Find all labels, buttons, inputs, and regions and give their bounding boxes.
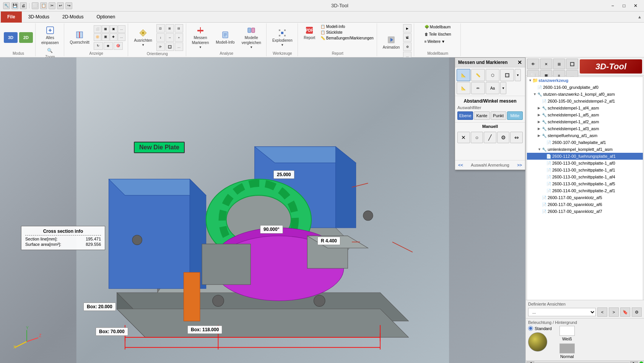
messen-nav-prev[interactable]: << (458, 163, 463, 167)
teile-loeschen-btn[interactable]: 🗑Teile löschen (424, 31, 452, 37)
list-item[interactable]: 📄 2600-114-00_schnittpplatte-2_af1 (527, 187, 643, 194)
praes-btn3[interactable]: ⚙ (403, 43, 411, 51)
radio-standard[interactable] (528, 326, 533, 331)
anzeige-btn2[interactable]: ▦ (102, 25, 109, 33)
weitere-btn[interactable]: ≡Weitere ▼ (424, 39, 446, 44)
filter-ebene[interactable]: Ebene (457, 111, 473, 120)
animation-button[interactable]: Animation (380, 34, 402, 51)
maximize-button[interactable]: □ (619, 2, 629, 10)
messen-tool1[interactable]: 📐 (457, 69, 470, 81)
querschnitt-button[interactable]: Querschnitt (67, 29, 92, 46)
filter-kante[interactable]: Kante (474, 111, 490, 120)
manuell-btn4[interactable]: ⚙ (497, 132, 510, 143)
list-item[interactable]: 📄 2600-117-00_spannklotz_af6 (527, 201, 643, 208)
toolbar-btn1[interactable]: ⬜ (32, 2, 39, 9)
toolbar-btn5[interactable]: ↪ (65, 2, 72, 9)
bottom-slider[interactable]: ◀ ▶ (526, 360, 644, 363)
list-item[interactable]: 📄 2600-113-00_schnittpplatte-1_af5 (527, 180, 643, 187)
messen-tool7[interactable]: Aa (486, 82, 499, 94)
view-btn2[interactable]: ✕ (540, 59, 552, 69)
praes-btn2[interactable]: 📽 (403, 33, 411, 42)
orient-btn9[interactable]: … (175, 43, 183, 51)
list-item[interactable]: 📄 2600-112-00_fuehrungsplatte_af1 (527, 153, 643, 160)
lighting-swatch-grey[interactable] (559, 343, 575, 353)
filter-punkt[interactable]: Punkt (491, 111, 506, 120)
messen-tool6[interactable]: ✏ (471, 82, 485, 94)
filter-mitte[interactable]: Mitte (507, 111, 523, 120)
orient-btn1[interactable]: ⊡ (156, 24, 165, 33)
list-item[interactable]: 📄 2600-117-00_spannklotz_af7 (527, 208, 643, 215)
tab-optionen[interactable]: Optionen (90, 11, 122, 22)
list-item[interactable]: 📄 2600-113-00_schnittpplatte-1_af1 (527, 167, 643, 173)
views-nav-next[interactable]: > (609, 307, 619, 317)
list-item[interactable]: ▶ 🔧 schneidstempel-1_af4_asm (527, 105, 643, 111)
list-item[interactable]: ▶ 🔧 schneidstempel-1_af3_asm (527, 125, 643, 132)
save-icon[interactable]: 💾 (11, 2, 18, 9)
orient-btn7[interactable]: ⟳ (156, 43, 165, 51)
view-btn4[interactable]: 🔲 (566, 59, 578, 69)
messen-tool4[interactable]: 🔲 (500, 69, 514, 81)
praes-btn1[interactable]: ▶ (403, 24, 411, 33)
orient-btn8[interactable]: 🔲 (166, 43, 174, 51)
explodieren-button[interactable]: Explodieren ▼ (270, 27, 295, 48)
report-button[interactable]: PDF Report (301, 24, 318, 41)
stueckliste-btn[interactable]: 📋Stückliste (320, 30, 374, 35)
messen-close-btn[interactable]: ✕ (517, 59, 522, 65)
close-button[interactable]: ✕ (630, 2, 641, 10)
zoom-fit-button[interactable]: Alles einpassen (39, 24, 62, 46)
ribbon-collapse[interactable]: ▲ (637, 15, 642, 19)
toolbar-btn4[interactable]: ↩ (57, 2, 64, 9)
views-bookmark-btn[interactable]: 🔖 (620, 307, 630, 317)
mode-2d-button[interactable]: 2D (19, 32, 33, 43)
anzeige-btn7[interactable]: ✚ (110, 33, 117, 41)
list-item[interactable]: 📄 2600-116-00_grundplatte_af0 (527, 84, 643, 91)
manuell-btn2[interactable]: ○ (471, 132, 483, 143)
tab-3d-modus[interactable]: 3D-Modus (22, 11, 56, 22)
messen-nav-next[interactable]: >> (517, 163, 522, 167)
list-item[interactable]: ▶ 🔧 schneidstempel-1_af2_asm (527, 118, 643, 125)
messen-tool5[interactable]: 📐 (457, 82, 470, 94)
orient-btn3[interactable]: ⊟ (175, 24, 183, 33)
list-item[interactable]: ▶ 🔧 stempelfuehrung_af1_asm (527, 132, 643, 139)
mode-3d-button[interactable]: 3D (4, 32, 18, 43)
minimize-button[interactable]: − (607, 2, 618, 10)
modelle-vergleichen-button[interactable]: Modelle vergleichen ▼ (239, 24, 264, 51)
list-item[interactable]: ▼ 🔧 stutzen-stanzwerkz-1_kompl_af0_asm (527, 91, 643, 98)
anzeige-btn1[interactable]: ⬜ (94, 25, 101, 33)
bemassung-btn[interactable]: 📏Bemaßungen/Markierungen (320, 36, 374, 41)
print-icon[interactable]: 🖨 (20, 2, 27, 9)
anzeige-btn5[interactable]: 🔆 (94, 33, 101, 41)
tree-area[interactable]: ▼ 📁 stanzwerkzeug 📄 2600-116-00_grundpla… (527, 77, 643, 300)
messen-dropdown1[interactable]: ▼ (515, 69, 521, 81)
ausrichten-button[interactable]: Ausrichten ▼ (132, 27, 155, 48)
zoom-search-button[interactable]: 🔍 (47, 47, 54, 54)
anzeige-btn4[interactable]: … (118, 25, 125, 33)
modell-info-button[interactable]: Modell-Info (213, 29, 237, 46)
manuell-btn5[interactable]: ⇔ (510, 132, 523, 143)
list-item[interactable]: 📄 2600-107-00_halteplatte_af1 (527, 139, 643, 146)
orient-btn5[interactable]: ↔ (166, 33, 174, 42)
manuell-btn3[interactable]: ╱ (484, 132, 496, 143)
anzeige-btn8[interactable]: … (118, 33, 125, 41)
modell-info-report-btn[interactable]: 📋Modell-Info (320, 24, 374, 29)
list-item[interactable]: 📄 2600-113-00_schnittpplatte-1_af4 (527, 173, 643, 180)
toolbar-btn3[interactable]: ✂ (49, 2, 55, 9)
tab-2d-modus[interactable]: 2D-Modus (56, 11, 90, 22)
list-item[interactable]: ▶ 🔧 schneidstempel-1_af5_asm (527, 111, 643, 118)
lighting-swatch-white[interactable] (559, 326, 575, 336)
messen-dropdown2[interactable]: ▼ (500, 82, 506, 94)
anzeige-btn3[interactable]: ▣ (110, 25, 117, 33)
tab-file[interactable]: File (1, 11, 22, 23)
orient-btn4[interactable]: ↕ (156, 33, 165, 42)
orient-btn2[interactable]: ⊞ (166, 24, 174, 33)
modellbaum-btn[interactable]: 🌳Modellbaum (424, 24, 451, 30)
list-item[interactable]: ▼ 🔧 umlenkstempel_komplett_af1_asm (527, 146, 643, 153)
anzeige-extra1[interactable]: ↻ (94, 42, 103, 50)
list-item[interactable]: 📄 2600-117-00_spannklotz_af5 (527, 194, 643, 201)
toolbar-btn2[interactable]: 📋 (40, 2, 47, 9)
messen-tool2[interactable]: 📏 (471, 69, 485, 81)
viewport[interactable]: New Die Plate 25.000 90.000° R 4.400 Box… (0, 57, 525, 363)
view-btn3[interactable]: ⊞ (553, 59, 565, 69)
anzeige-btn6[interactable]: 🔳 (102, 33, 109, 41)
views-dropdown[interactable]: ... (528, 308, 596, 316)
